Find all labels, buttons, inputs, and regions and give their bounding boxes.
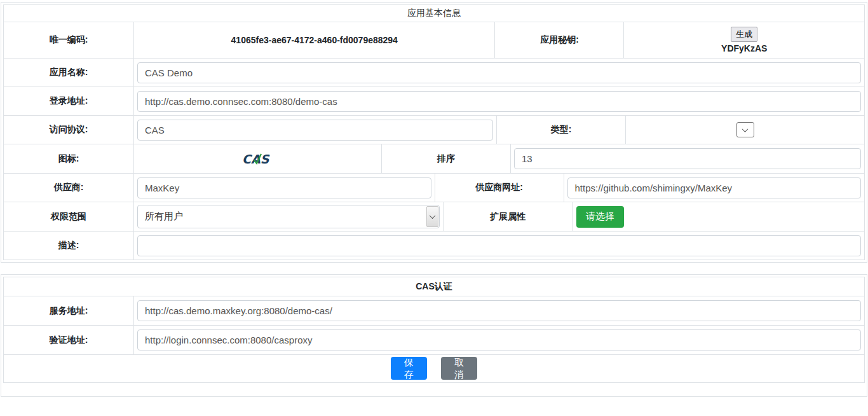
app-secret-value: YDFyKzAS [721, 43, 767, 53]
app-name-input[interactable] [137, 62, 861, 83]
protocol-label: 访问协议: [4, 116, 134, 144]
ext-attr-choose-button[interactable]: 请选择 [576, 206, 624, 228]
scope-selected-option: 所有用户 [145, 211, 183, 223]
row-protocol-type: 访问协议: 类型: [4, 115, 864, 144]
row-login-url: 登录地址: [4, 87, 864, 115]
select-arrow-strip [426, 206, 438, 227]
vendor-label: 供应商: [4, 174, 134, 202]
unique-code-value: 41065fe3-ae67-4172-a460-fd0079e88294 [231, 35, 398, 45]
panel-title-basic-info: 应用基本信息 [4, 5, 864, 22]
row-service-url: 服务地址: [4, 296, 864, 325]
generate-secret-button[interactable]: 生成 [731, 27, 757, 42]
svg-text:CAS: CAS [242, 152, 270, 166]
row-scope-ext: 权限范围 所有用户 扩展属性 请选择 [4, 202, 864, 231]
panel-title-cas-auth: CAS认证 [4, 277, 864, 296]
validate-url-input[interactable] [137, 329, 861, 350]
login-url-label: 登录地址: [4, 87, 134, 115]
save-button[interactable]: 保存 [391, 357, 427, 380]
description-label: 描述: [4, 232, 134, 260]
app-basic-info-panel: 应用基本信息 唯一编码: 41065fe3-ae67-4172-a460-fd0… [1, 2, 867, 263]
chevron-down-icon [742, 126, 749, 132]
validate-url-label: 验证地址: [4, 326, 134, 354]
vendor-url-label: 供应商网址: [435, 174, 564, 202]
type-label: 类型: [496, 116, 626, 144]
ext-attr-label: 扩展属性 [443, 202, 573, 231]
scope-label: 权限范围 [4, 202, 134, 231]
app-secret-label: 应用秘钥: [494, 22, 624, 58]
cancel-button[interactable]: 取消 [441, 357, 477, 380]
row-vendor: 供应商: 供应商网址: [4, 173, 864, 202]
app-name-label: 应用名称: [4, 59, 134, 87]
row-unique-code-secret: 唯一编码: 41065fe3-ae67-4172-a460-fd0079e882… [4, 22, 864, 58]
scope-select[interactable]: 所有用户 [137, 205, 440, 228]
row-description: 描述: [4, 231, 864, 260]
row-app-name: 应用名称: [4, 58, 864, 87]
chevron-down-icon [430, 212, 436, 219]
unique-code-label: 唯一编码: [4, 22, 134, 58]
type-select[interactable] [736, 122, 754, 137]
icon-label: 图标: [4, 144, 134, 173]
cas-logo: CAS [240, 150, 276, 168]
login-url-input[interactable] [137, 91, 861, 112]
service-url-label: 服务地址: [4, 296, 134, 325]
vendor-url-input[interactable] [567, 177, 862, 198]
row-validate-url: 验证地址: [4, 325, 864, 354]
service-url-input[interactable] [137, 300, 861, 321]
protocol-input[interactable] [137, 120, 493, 141]
vendor-input[interactable] [137, 177, 431, 198]
cas-auth-panel: CAS认证 服务地址: 验证地址: 保存 取消 [1, 274, 867, 397]
row-icon-sort: 图标: CAS 排序 [4, 144, 864, 173]
description-input[interactable] [137, 235, 861, 256]
sort-input[interactable] [514, 148, 861, 169]
form-actions: 保存 取消 [4, 354, 864, 382]
sort-label: 排序 [381, 144, 511, 173]
